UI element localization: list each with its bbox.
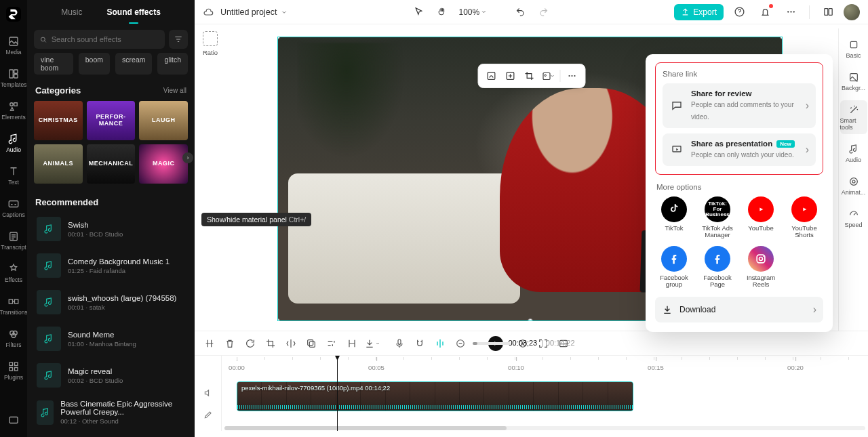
scrollbar-thumb[interactable]	[224, 426, 507, 430]
search-input[interactable]	[52, 35, 159, 43]
rtab-speed[interactable]: Speed	[840, 205, 867, 232]
share-as-presentation-row[interactable]: Share as presentationNew People can only…	[663, 133, 816, 166]
crop-button[interactable]	[520, 67, 538, 85]
chip-vine-boom[interactable]: vine boom	[34, 53, 73, 75]
rtab-smart-tools[interactable]: Smart tools	[840, 100, 867, 134]
add-button[interactable]	[501, 67, 519, 85]
delete-button[interactable]	[222, 335, 238, 352]
categories-scroll-right[interactable]: ›	[182, 152, 193, 163]
svg-rect-9	[15, 299, 18, 304]
share-option-reels[interactable]: Instagram Reels	[742, 246, 780, 289]
sidebar-item-filters[interactable]: Filters	[0, 324, 27, 352]
export-button[interactable]: Export	[674, 4, 724, 20]
share-option-tiktok[interactable]: TikTok	[655, 196, 693, 239]
resize-handle-bc[interactable]	[528, 318, 533, 321]
cat-mechanical[interactable]: MECHANICAL	[87, 144, 136, 184]
replace-button[interactable]	[539, 67, 557, 85]
cat-performance[interactable]: PERFOR- MANCE	[87, 101, 136, 140]
redo-button[interactable]	[534, 3, 552, 21]
auto-snap-button[interactable]	[432, 335, 448, 352]
cat-laugh[interactable]: LAUGH	[139, 101, 188, 140]
undo-button[interactable]	[511, 3, 529, 21]
edit-track-icon[interactable]	[203, 410, 213, 419]
sidebar-item-media[interactable]: Media	[0, 31, 27, 60]
help-button[interactable]	[731, 4, 747, 20]
svg-point-18	[41, 37, 45, 41]
clip-audio-waveform	[237, 405, 633, 409]
crop-tl-button[interactable]	[262, 335, 279, 352]
share-option-fbpage[interactable]: Facebook Page	[698, 246, 736, 289]
hand-tool-button[interactable]	[433, 3, 451, 21]
track-item[interactable]: Magic reveal 00:02 · BCD Studio	[34, 359, 188, 392]
search-filter-button[interactable]	[169, 30, 188, 49]
trim-button[interactable]	[344, 335, 360, 352]
rtab-audio[interactable]: Audio	[840, 140, 867, 167]
mute-icon[interactable]	[203, 388, 213, 398]
video-clip[interactable]: pexels-mikhail-nilov-7709365 (1080p).mp4…	[237, 381, 633, 411]
chip-scream[interactable]: scream	[115, 53, 152, 75]
track-item[interactable]: Comedy Background Music 1 01:25 · Faid r…	[34, 249, 188, 282]
sidebar-item-text[interactable]: Text	[0, 161, 27, 190]
retry-button[interactable]	[242, 335, 258, 352]
zoom-dropdown[interactable]: 100%	[456, 7, 490, 17]
view-all-link[interactable]: View all	[163, 87, 186, 94]
download-icon	[662, 304, 673, 315]
mirror-button[interactable]	[283, 335, 299, 352]
sidebar-label: Plugins	[4, 374, 23, 381]
share-option-shorts[interactable]: YouTube Shorts	[785, 196, 823, 239]
sidebar-item-plugins[interactable]: Plugins	[0, 356, 27, 385]
rtab-background[interactable]: Backgr...	[840, 68, 867, 95]
rtab-basic[interactable]: Basic	[840, 35, 867, 62]
search-sound-effects[interactable]	[34, 30, 165, 49]
adjust-button[interactable]	[323, 335, 340, 352]
more-menu-button[interactable]	[783, 4, 799, 20]
notifications-button[interactable]	[757, 4, 773, 20]
tab-music[interactable]: Music	[61, 2, 82, 22]
track-item[interactable]: Sound Meme 01:00 · Manhoa Bintang	[34, 322, 188, 355]
chip-glitch[interactable]: glitch	[157, 53, 188, 75]
share-option-fbgroup[interactable]: Facebook group	[655, 246, 693, 289]
cat-animals[interactable]: ANIMALS	[34, 144, 83, 184]
panel-layout-button[interactable]	[820, 4, 836, 20]
remove-bg-button[interactable]	[482, 67, 500, 85]
download-row[interactable]: Download ›	[655, 297, 823, 322]
sidebar-item-effects[interactable]: Effects	[0, 259, 27, 287]
track-item[interactable]: swish_whoosh (large) (794558) 00:01 · sa…	[34, 286, 188, 318]
timeline-ruler[interactable]: 00:0000:0500:1000:1500:20	[222, 356, 868, 371]
sidebar-item-captions[interactable]: Captions	[0, 194, 27, 222]
cat-magic[interactable]: MAGIC	[139, 144, 188, 184]
timeline-body[interactable]: 00:0000:0500:1000:1500:20 pexels-mikhail…	[222, 356, 868, 431]
split-button[interactable]	[201, 335, 218, 352]
share-option-label: TikTok	[665, 225, 683, 232]
sidebar-item-transitions[interactable]: Transitions	[0, 291, 27, 320]
chip-boom[interactable]: boom	[79, 53, 110, 75]
project-title[interactable]: Untitled project	[220, 7, 288, 17]
app-icon-sidebar: Media Templates Elements Audio Text Capt…	[0, 0, 27, 437]
track-item[interactable]: Swish 00:01 · BCD Studio	[34, 213, 188, 245]
sidebar-item-settings[interactable]	[0, 410, 27, 430]
copy-button[interactable]	[303, 335, 319, 352]
magnet-button[interactable]	[412, 335, 428, 352]
track-meta: 00:12 · Other Sound	[60, 417, 185, 425]
timeline-scrollbar[interactable]	[224, 426, 865, 430]
zoom-slider[interactable]	[473, 342, 511, 345]
sidebar-item-templates[interactable]: Templates	[0, 64, 27, 92]
cat-christmas[interactable]: CHRISTMAS	[34, 101, 83, 140]
sidebar-item-transcript[interactable]: Transcript	[0, 226, 27, 255]
share-option-youtube[interactable]: YouTube	[742, 196, 780, 239]
cursor-tool-button[interactable]	[410, 3, 428, 21]
track-item[interactable]: Bass Cinematic Epic Aggressive Powerful …	[34, 396, 188, 429]
sidebar-item-audio[interactable]: Audio	[0, 129, 27, 157]
share-for-review-row[interactable]: Share for review People can add comments…	[663, 83, 816, 128]
voiceover-button[interactable]	[391, 335, 408, 352]
ratio-selector[interactable]: Ratio	[199, 28, 222, 331]
tab-sound-effects[interactable]: Sound effects	[107, 2, 161, 22]
rtab-animation[interactable]: Animat...	[840, 172, 867, 199]
playhead[interactable]	[337, 356, 338, 431]
preview-more-button[interactable]	[563, 67, 580, 85]
sidebar-item-elements[interactable]: Elements	[0, 96, 27, 125]
download-tl-button[interactable]	[364, 335, 380, 352]
user-avatar[interactable]	[844, 4, 860, 20]
share-option-ttads[interactable]: TikTok:For BusinessTikTok Ads Manager	[698, 196, 736, 239]
zoom-out-button[interactable]	[452, 335, 469, 352]
